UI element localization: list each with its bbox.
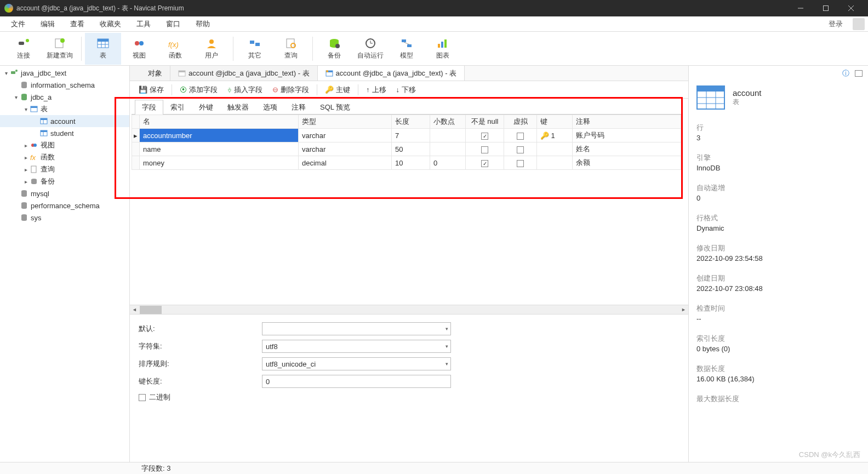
tree-node-mysql[interactable]: mysql bbox=[0, 187, 129, 199]
notnull-checkbox[interactable] bbox=[481, 146, 488, 153]
toolbar-user[interactable]: 用户 bbox=[193, 33, 230, 65]
view-icon bbox=[132, 37, 146, 49]
toolbar-connect[interactable]: 连接 bbox=[5, 33, 42, 65]
minimize-button[interactable] bbox=[788, 0, 813, 16]
field-row-money[interactable]: moneydecimal100余额 bbox=[132, 156, 681, 170]
expand-icon[interactable]: ▸ bbox=[22, 179, 30, 185]
expand-icon[interactable]: ▾ bbox=[22, 106, 30, 112]
toolbar-other[interactable]: 其它 bbox=[237, 33, 273, 65]
menu-file[interactable]: 文件 bbox=[3, 17, 33, 31]
tree-node-student[interactable]: student bbox=[0, 127, 129, 139]
avatar-icon[interactable] bbox=[853, 18, 865, 30]
subtab-索引[interactable]: 索引 bbox=[163, 100, 192, 115]
field-row-name[interactable]: namevarchar50姓名 bbox=[132, 142, 681, 156]
tree-node-sys[interactable]: sys bbox=[0, 212, 129, 224]
backup-icon bbox=[327, 37, 341, 49]
subtab-SQL 预览[interactable]: SQL 预览 bbox=[313, 100, 357, 115]
tab-1[interactable]: account @jdbc_a (java_jdbc_text) - 表 bbox=[170, 66, 318, 81]
move-up-button[interactable]: ↑上移 bbox=[362, 83, 391, 96]
insert-field-button[interactable]: ⎀插入字段 bbox=[223, 83, 267, 96]
tables-icon bbox=[30, 105, 38, 113]
save-icon: 💾 bbox=[139, 85, 147, 94]
tree-node-表[interactable]: ▾表 bbox=[0, 103, 129, 115]
toolbar-query[interactable]: 查询 bbox=[273, 33, 309, 65]
tree-node-备份[interactable]: ▸备份 bbox=[0, 175, 129, 187]
expand-icon[interactable]: ▾ bbox=[2, 70, 10, 76]
virtual-checkbox[interactable] bbox=[517, 146, 524, 153]
field-row-accountnumber[interactable]: ▸accountnumbervarchar7🔑 1账户号码 bbox=[132, 129, 681, 142]
close-button[interactable] bbox=[838, 0, 864, 16]
views-icon bbox=[30, 141, 38, 150]
tree-node-java_jdbc_text[interactable]: ▾java_jdbc_text bbox=[0, 67, 129, 79]
subtab-触发器[interactable]: 触发器 bbox=[220, 100, 256, 115]
toolbar-backup[interactable]: 备份 bbox=[316, 33, 352, 65]
delete-field-button[interactable]: ⊖删除字段 bbox=[268, 83, 313, 96]
default-select[interactable]: ▾ bbox=[262, 322, 451, 335]
tree-node-查询[interactable]: ▸查询 bbox=[0, 163, 129, 175]
binary-label: 二进制 bbox=[149, 392, 170, 402]
charset-label: 字符集: bbox=[139, 341, 262, 351]
charset-select[interactable]: utf8▾ bbox=[262, 340, 451, 353]
panel-toggle-icon[interactable] bbox=[855, 70, 863, 77]
tree-node-jdbc_a[interactable]: ▾jdbc_a bbox=[0, 91, 129, 103]
toolbar-view[interactable]: 视图 bbox=[121, 33, 157, 65]
toolbar-func[interactable]: f(x)函数 bbox=[157, 33, 193, 65]
toolbar-auto[interactable]: 自动运行 bbox=[352, 33, 389, 65]
tab-2[interactable]: account @jdbc_a (java_jdbc_text) - 表 bbox=[318, 66, 465, 81]
menu-view[interactable]: 查看 bbox=[62, 17, 92, 31]
object-tree[interactable]: ▾java_jdbc_textinformation_schema▾jdbc_a… bbox=[0, 66, 130, 462]
expand-icon[interactable]: ▸ bbox=[22, 155, 30, 161]
info-item: 最大数据长度 bbox=[689, 391, 868, 413]
notnull-checkbox[interactable] bbox=[481, 160, 488, 167]
dbopen-icon bbox=[20, 93, 28, 101]
maximize-button[interactable] bbox=[813, 0, 838, 16]
subtab-字段[interactable]: 字段 bbox=[135, 100, 163, 115]
add-field-button[interactable]: ⦿添加字段 bbox=[175, 83, 222, 96]
expand-icon[interactable]: ▾ bbox=[12, 94, 20, 100]
binary-checkbox[interactable] bbox=[139, 394, 146, 401]
plus-icon: ⦿ bbox=[180, 85, 187, 94]
scroll-left-icon[interactable]: ◄ bbox=[130, 305, 139, 315]
query-icon bbox=[30, 165, 38, 174]
scroll-right-icon[interactable]: ► bbox=[679, 305, 688, 315]
info-icon[interactable]: ⓘ bbox=[842, 68, 849, 78]
menu-edit[interactable]: 编辑 bbox=[33, 17, 62, 31]
expand-icon[interactable]: ▸ bbox=[22, 167, 30, 173]
expand-icon[interactable]: ▸ bbox=[22, 142, 30, 149]
toolbar-newquery[interactable]: 新建查询 bbox=[42, 33, 78, 65]
login-link[interactable]: 登录 bbox=[821, 17, 850, 31]
save-button[interactable]: 💾保存 bbox=[134, 83, 168, 96]
tree-node-account[interactable]: account bbox=[0, 115, 129, 127]
svg-rect-29 bbox=[438, 44, 440, 48]
tab-0[interactable]: 对象 bbox=[130, 66, 170, 81]
editor-pane: 对象account @jdbc_a (java_jdbc_text) - 表ac… bbox=[130, 66, 689, 462]
subtab-外键[interactable]: 外键 bbox=[192, 100, 220, 115]
h-scrollbar[interactable]: ◄ ► bbox=[130, 305, 688, 314]
toolbar-model[interactable]: 模型 bbox=[389, 33, 425, 65]
tree-node-函数[interactable]: ▸fx函数 bbox=[0, 151, 129, 163]
tree-node-information_schema[interactable]: information_schema bbox=[0, 79, 129, 91]
tree-node-performance_schema[interactable]: performance_schema bbox=[0, 199, 129, 212]
svg-rect-32 bbox=[11, 71, 15, 74]
tree-node-视图[interactable]: ▸视图 bbox=[0, 139, 129, 151]
toolbar-chart[interactable]: 图表 bbox=[425, 33, 461, 65]
menu-window[interactable]: 窗口 bbox=[158, 17, 188, 31]
primary-key-button[interactable]: 🔑主键 bbox=[321, 83, 355, 96]
svg-rect-18 bbox=[255, 43, 260, 46]
menu-fav[interactable]: 收藏夹 bbox=[92, 17, 129, 31]
menu-tools[interactable]: 工具 bbox=[129, 17, 158, 31]
fields-grid[interactable]: 名类型长度小数点不是 null虚拟键注释▸accountnumbervarcha… bbox=[132, 115, 681, 197]
virtual-checkbox[interactable] bbox=[517, 160, 524, 167]
table-icon bbox=[39, 129, 48, 138]
subtab-选项[interactable]: 选项 bbox=[256, 100, 284, 115]
virtual-checkbox[interactable] bbox=[517, 133, 524, 140]
keylen-input[interactable]: 0 bbox=[262, 375, 451, 388]
move-down-button[interactable]: ↓下移 bbox=[392, 83, 421, 96]
collation-select[interactable]: utf8_unicode_ci▾ bbox=[262, 357, 451, 370]
svg-point-14 bbox=[139, 41, 144, 45]
notnull-checkbox[interactable] bbox=[481, 133, 488, 140]
menu-help[interactable]: 帮助 bbox=[188, 17, 218, 31]
scroll-thumb[interactable] bbox=[140, 306, 162, 314]
toolbar-table[interactable]: 表 bbox=[85, 33, 121, 65]
subtab-注释[interactable]: 注释 bbox=[284, 100, 313, 115]
